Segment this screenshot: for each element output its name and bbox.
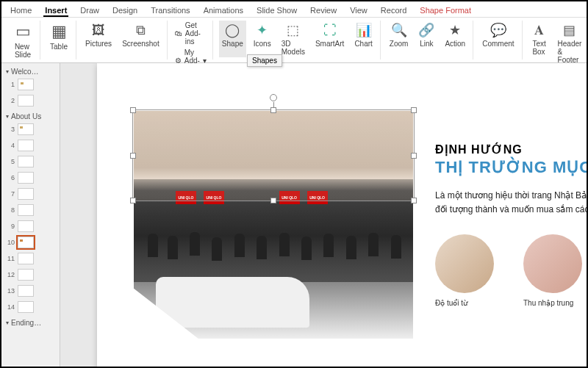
resize-handle-ne[interactable] [411, 107, 417, 113]
tab-view[interactable]: View [348, 4, 369, 17]
shapes-tooltip: Shapes [247, 54, 282, 67]
comment-icon: 💬 [490, 22, 506, 38]
slide-canvas[interactable]: UNI QLO UNI QLO UNI QLO UNI QLO [60, 63, 587, 367]
tab-record[interactable]: Record [379, 4, 408, 17]
ribbon-tabs: Home Insert Draw Design Transitions Anim… [1, 1, 587, 18]
resize-handle-e[interactable] [411, 153, 417, 159]
tab-insert[interactable]: Insert [43, 4, 68, 17]
store-icon: 🛍 [175, 29, 182, 37]
get-addins-button[interactable]: 🛍 Get Add-ins [173, 21, 208, 46]
thumb-8[interactable]: 8 [3, 203, 58, 217]
icons-button[interactable]: ✦ Icons [251, 21, 274, 57]
resize-handle-w[interactable] [130, 153, 136, 159]
workspace: Welco… 1 2 About Us 3 4 5 6 7 8 9 10 11 … [1, 63, 587, 367]
resize-handle-n[interactable] [270, 107, 276, 113]
thumb-2[interactable]: 2 [3, 93, 58, 108]
pictures-icon: 🖼 [90, 22, 107, 38]
tab-design[interactable]: Design [111, 4, 139, 17]
chart-button[interactable]: 📊 Chart [351, 21, 375, 57]
tab-shape-format[interactable]: Shape Format [418, 4, 473, 17]
smartart-icon: ⛶ [322, 22, 338, 38]
action-icon: ★ [447, 22, 463, 38]
resize-handle-sw[interactable] [130, 198, 136, 203]
thumb-12[interactable]: 12 [3, 267, 58, 282]
new-slide-button[interactable]: ▭ New Slide [10, 21, 35, 60]
thumb-10[interactable]: 10 [3, 235, 58, 250]
thumb-4[interactable]: 4 [3, 138, 58, 153]
link-button[interactable]: 🔗 Link [415, 21, 437, 49]
shape-selection[interactable] [132, 109, 415, 201]
tab-review[interactable]: Review [309, 4, 338, 17]
slide-heading-1[interactable]: ĐỊNH HƯỚNG [435, 142, 587, 156]
thumb-3[interactable]: 3 [3, 122, 58, 137]
resize-handle-nw[interactable] [130, 107, 136, 113]
shape-button[interactable]: ◯ Shape [219, 21, 246, 57]
comment-button[interactable]: 💬 Comment [479, 21, 517, 49]
resize-handle-s[interactable] [270, 198, 276, 203]
slide-body-text[interactable]: Là một thương hiệu thời trang Nhật Bả th… [435, 189, 587, 217]
thumb-5[interactable]: 5 [3, 154, 58, 169]
photo-corner-cut [134, 288, 199, 339]
zoom-button[interactable]: 🔍 Zoom [387, 21, 412, 49]
3d-models-button[interactable]: ⬚ 3D Models [279, 21, 308, 57]
slide-caption-1: Độ tuổi từ [435, 299, 494, 307]
slide-text-block: ĐỊNH HƯỚNG THỊ TRƯỜNG MỤC T Là một thươn… [435, 142, 587, 307]
new-slide-icon: ▭ [13, 22, 32, 41]
cube-icon: ⬚ [285, 22, 301, 38]
table-button[interactable]: ▦ Table [46, 21, 71, 52]
rotation-handle[interactable] [270, 94, 277, 101]
slide-heading-2[interactable]: THỊ TRƯỜNG MỤC T [435, 158, 587, 177]
tab-animations[interactable]: Animations [202, 4, 245, 17]
thumb-11[interactable]: 11 [3, 251, 58, 266]
text-box-button[interactable]: 𝐀 Text Box [528, 21, 551, 65]
tab-slideshow[interactable]: Slide Show [255, 4, 298, 17]
chart-icon: 📊 [356, 22, 372, 38]
thumb-6[interactable]: 6 [3, 170, 58, 185]
tab-transitions[interactable]: Transitions [149, 4, 191, 17]
slide[interactable]: UNI QLO UNI QLO UNI QLO UNI QLO [97, 63, 587, 367]
action-button[interactable]: ★ Action [442, 21, 468, 49]
screenshot-button[interactable]: ⧉ Screenshot [119, 21, 162, 49]
section-header-welcome[interactable]: Welco… [3, 65, 58, 77]
table-icon: ▦ [49, 22, 68, 41]
slide-panel[interactable]: Welco… 1 2 About Us 3 4 5 6 7 8 9 10 11 … [1, 63, 60, 367]
resize-handle-se[interactable] [411, 198, 417, 203]
section-header-about[interactable]: About Us [3, 109, 58, 122]
tab-home[interactable]: Home [9, 4, 33, 17]
section-header-ending[interactable]: Ending… [3, 316, 58, 328]
thumb-13[interactable]: 13 [3, 284, 58, 298]
tab-draw[interactable]: Draw [79, 4, 101, 17]
pictures-button[interactable]: 🖼 Pictures [82, 21, 115, 49]
ribbon-content: ▭ New Slide ▦ Table 🖼 Pictures ⧉ Screens… [1, 18, 587, 63]
slide-circle-image-2[interactable] [523, 234, 582, 293]
zoom-icon: 🔍 [391, 22, 407, 38]
smartart-button[interactable]: ⛶ SmartArt [312, 21, 347, 57]
thumb-9[interactable]: 9 [3, 219, 58, 234]
thumb-7[interactable]: 7 [3, 187, 58, 201]
screenshot-icon: ⧉ [132, 22, 148, 38]
link-icon: 🔗 [418, 22, 434, 38]
shapes-icon: ◯ [224, 22, 240, 38]
slide-caption-2: Thu nhập trung [523, 299, 582, 307]
thumb-1[interactable]: 1 [3, 77, 58, 92]
header-footer-button[interactable]: ▤ Header & Footer [555, 21, 585, 65]
header-footer-icon: ▤ [562, 22, 578, 38]
slide-circle-image-1[interactable] [435, 234, 494, 293]
icons-icon: ✦ [254, 22, 270, 38]
textbox-icon: 𝐀 [531, 22, 548, 38]
thumb-14[interactable]: 14 [3, 300, 58, 314]
